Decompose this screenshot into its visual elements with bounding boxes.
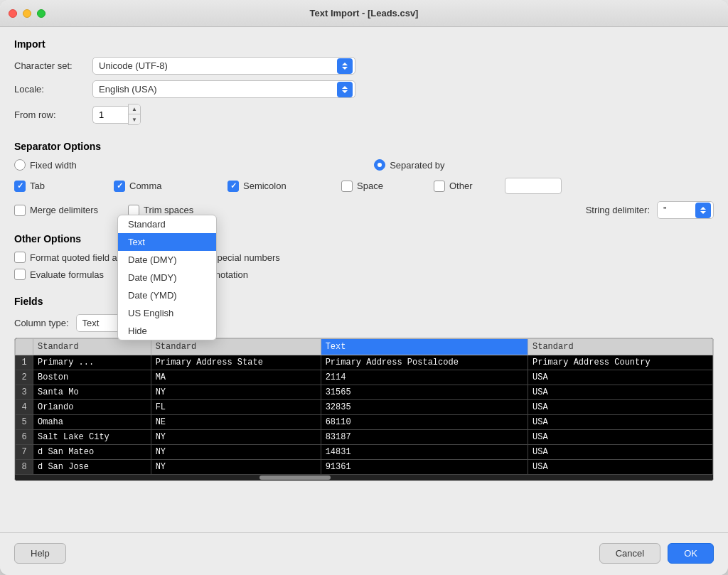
cell-6-2: NY — [151, 430, 321, 445]
cell-8-1: d San Jose — [33, 460, 151, 475]
space-checkbox[interactable]: Space — [341, 181, 434, 192]
dropdown-item-text[interactable]: Text — [118, 233, 216, 251]
table-row: 4 Orlando FL 32835 USA — [16, 400, 713, 415]
cell-3-2: NY — [151, 385, 321, 400]
cell-7-4: USA — [528, 445, 713, 460]
table-row: 1 Primary ... Primary Address State Prim… — [16, 355, 713, 370]
comma-checkbox[interactable]: Comma — [114, 181, 228, 192]
cell-7-3: 14831 — [321, 445, 528, 460]
tab-checkbox-box — [14, 181, 26, 192]
col-header-2[interactable]: Standard — [151, 339, 321, 355]
trim-spaces-label: Trim spaces — [144, 205, 193, 215]
character-set-select[interactable]: Unicode (UTF-8) — [92, 57, 355, 75]
table-row: 2 Boston MA 2114 USA — [16, 370, 713, 385]
other-input[interactable] — [505, 178, 562, 194]
table-row: 8 d San Jose NY 91361 USA — [16, 460, 713, 475]
string-delimiter-select[interactable]: " — [657, 201, 714, 219]
cell-6-4: USA — [528, 430, 713, 445]
separated-by-radio-circle — [374, 159, 385, 171]
maximize-button[interactable] — [37, 9, 46, 18]
locale-select[interactable]: English (USA) — [92, 80, 355, 98]
semicolon-label: Semicolon — [243, 181, 287, 191]
tab-checkbox[interactable]: Tab — [14, 181, 114, 192]
cell-6-1: Salt Lake City — [33, 430, 151, 445]
close-button[interactable] — [9, 9, 17, 18]
row-num-5: 5 — [16, 415, 33, 430]
separated-by-label: Separated by — [390, 160, 444, 171]
other-label: Other — [449, 181, 473, 191]
fixed-width-label: Fixed width — [30, 160, 77, 171]
cell-8-4: USA — [528, 460, 713, 475]
comma-label: Comma — [129, 181, 162, 191]
table-row: 7 d San Mateo NY 14831 USA — [16, 445, 713, 460]
row-num-2: 2 — [16, 370, 33, 385]
cancel-button[interactable]: Cancel — [599, 543, 660, 564]
col-header-4[interactable]: Standard — [528, 339, 713, 355]
merge-checkbox-box — [14, 205, 26, 216]
string-delimiter-wrapper: " — [657, 201, 714, 219]
space-label: Space — [357, 181, 383, 191]
cell-2-3: 2114 — [321, 370, 528, 385]
cell-5-1: Omaha — [33, 415, 151, 430]
separator-section: Separator Options Fixed width Separated … — [14, 141, 714, 223]
dropdown-item-date-ymd[interactable]: Date (YMD) — [118, 286, 216, 304]
cell-8-3: 91361 — [321, 460, 528, 475]
row-num-4: 4 — [16, 400, 33, 415]
from-row-increment[interactable]: ▲ — [129, 104, 140, 114]
column-type-label: Column type: — [14, 318, 69, 328]
from-row-decrement[interactable]: ▼ — [129, 114, 140, 124]
merge-delimiters-label: Merge delimiters — [30, 205, 98, 215]
space-checkbox-box — [341, 181, 353, 192]
from-row-spinbox-buttons: ▲ ▼ — [128, 104, 141, 125]
dropdown-item-date-mdy[interactable]: Date (MDY) — [118, 269, 216, 286]
fixed-width-radio[interactable]: Fixed width — [14, 159, 77, 171]
from-row-input[interactable]: 1 — [92, 106, 128, 124]
data-table-container: Standard Standard Text Standard 1 Primar… — [14, 338, 714, 481]
ok-button[interactable]: OK — [668, 543, 714, 564]
col-header-1[interactable]: Standard — [33, 339, 151, 355]
cell-2-2: MA — [151, 370, 321, 385]
merge-delimiters-checkbox[interactable]: Merge delimiters — [14, 205, 100, 216]
from-row-row: From row: 1 ▲ ▼ — [14, 104, 714, 125]
column-type-dropdown: Standard Text Date (DMY) Date (MDY) Date… — [117, 215, 217, 340]
cell-1-1: Primary ... — [33, 355, 151, 370]
cell-8-2: NY — [151, 460, 321, 475]
titlebar: Text Import - [Leads.csv] — [0, 0, 728, 27]
fixed-width-radio-circle — [14, 159, 26, 171]
dropdown-item-date-dmy[interactable]: Date (DMY) — [118, 251, 216, 269]
scrollbar-thumb[interactable] — [259, 475, 331, 480]
dropdown-item-hide[interactable]: Hide — [118, 322, 216, 340]
evaluate-box — [14, 269, 26, 280]
dropdown-item-standard[interactable]: Standard — [118, 215, 216, 233]
main-content: Import Character set: Unicode (UTF-8) Lo… — [0, 27, 728, 532]
separated-by-radio[interactable]: Separated by — [374, 159, 444, 171]
locale-wrapper: English (USA) — [92, 80, 355, 98]
footer-right: Cancel OK — [599, 543, 714, 564]
semicolon-checkbox[interactable]: Semicolon — [228, 181, 341, 192]
row-num-7: 7 — [16, 445, 33, 460]
table-row: 6 Salt Lake City NY 83187 USA — [16, 430, 713, 445]
other-checkbox[interactable]: Other — [434, 181, 505, 192]
horizontal-scrollbar[interactable] — [15, 475, 713, 480]
evaluate-formulas-label: Evaluate formulas — [30, 269, 104, 280]
cell-4-3: 32835 — [321, 400, 528, 415]
data-table: Standard Standard Text Standard 1 Primar… — [15, 338, 713, 475]
row-num-1: 1 — [16, 355, 33, 370]
table-row: 5 Omaha NE 68110 USA — [16, 415, 713, 430]
locale-row: Locale: English (USA) — [14, 80, 714, 98]
help-button[interactable]: Help — [14, 543, 66, 564]
window: Text Import - [Leads.csv] Import Charact… — [0, 0, 728, 575]
row-num-6: 6 — [16, 430, 33, 445]
minimize-button[interactable] — [23, 9, 31, 18]
import-title: Import — [14, 38, 714, 50]
from-row-label: From row: — [14, 109, 92, 120]
cell-4-1: Orlando — [33, 400, 151, 415]
cell-6-3: 83187 — [321, 430, 528, 445]
col-header-3[interactable]: Text — [321, 339, 528, 355]
dropdown-item-us-english[interactable]: US English — [118, 304, 216, 322]
cell-3-4: USA — [528, 385, 713, 400]
cell-1-4: Primary Address Country — [528, 355, 713, 370]
evaluate-formulas-checkbox[interactable]: Evaluate formulas — [14, 269, 104, 280]
col-header-num — [16, 339, 33, 355]
semicolon-checkbox-box — [228, 181, 239, 192]
